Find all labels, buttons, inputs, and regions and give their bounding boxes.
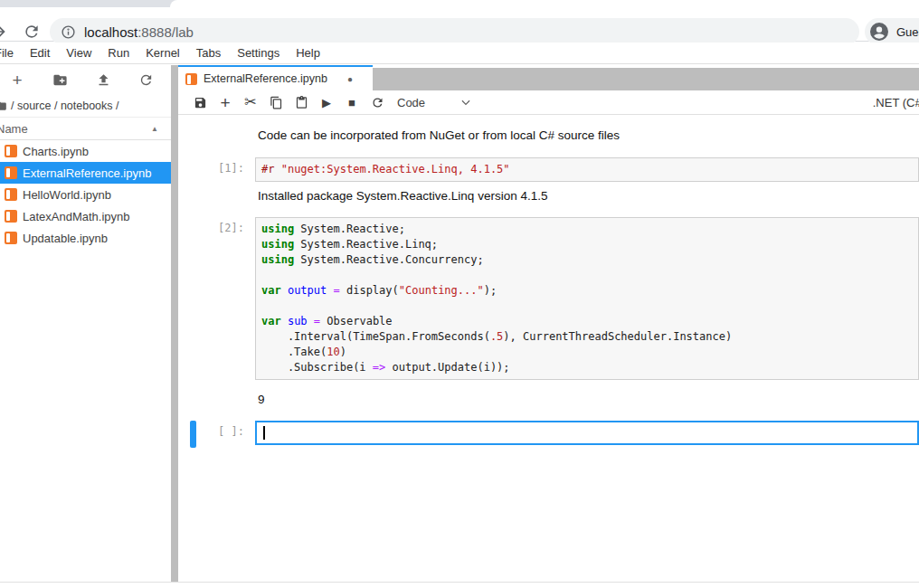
markdown-cell[interactable]: Code can be incorporated from NuGet or f…: [258, 128, 919, 142]
tab-externalreference[interactable]: ExternalReference.ipynb ●: [178, 65, 373, 90]
site-info-icon[interactable]: [61, 24, 76, 40]
file-name: LatexAndMath.ipynb: [23, 210, 130, 223]
browser-active-tab[interactable]: [170, 0, 919, 7]
paste-icon: [295, 96, 308, 109]
active-code-editor[interactable]: [255, 421, 919, 445]
file-name: Charts.ipynb: [23, 145, 89, 158]
workspace: + / source / notebooks /: [0, 65, 919, 582]
input-prompt: [1]:: [178, 157, 247, 182]
file-name: Updatable.ipynb: [23, 232, 108, 245]
notebook-file-icon: [5, 210, 17, 223]
notebook-tab-icon: [185, 73, 197, 85]
file-browser: + / source / notebooks /: [0, 65, 171, 582]
code-editor-2[interactable]: using System.Reactive;using System.React…: [255, 217, 919, 380]
url-path: :8888/lab: [137, 24, 194, 40]
stop-icon: ■: [348, 97, 355, 109]
menu-item[interactable]: Settings: [229, 46, 288, 60]
tab-bar-filler: [373, 68, 919, 90]
breadcrumb-path[interactable]: / source / notebooks /: [11, 100, 119, 112]
profile-label: Guest: [896, 25, 919, 39]
main-dock-panel: ExternalReference.ipynb ● + ✂: [178, 65, 919, 582]
plus-icon: +: [220, 94, 230, 111]
plus-icon: +: [12, 71, 22, 89]
menubar: FileEditViewRunKernelTabsSettingsHelp: [0, 43, 919, 64]
scissors-icon: ✂: [244, 95, 256, 109]
new-folder-button[interactable]: [51, 70, 71, 90]
dock-tab-bar: ExternalReference.ipynb ●: [178, 65, 919, 90]
tab-label: ExternalReference.ipynb: [204, 72, 327, 85]
file-row[interactable]: HelloWorld.ipynb: [0, 184, 171, 205]
run-icon: ▶: [322, 97, 331, 109]
forward-icon[interactable]: [0, 23, 8, 41]
cell-collapser[interactable]: [190, 421, 196, 448]
run-cell-button[interactable]: ▶: [314, 92, 339, 112]
notebook-file-icon: [5, 188, 17, 201]
file-browser-toolbar: +: [0, 65, 171, 94]
menu-item[interactable]: View: [58, 46, 99, 60]
dirty-indicator-icon[interactable]: ●: [347, 74, 353, 84]
notebook-file-icon: [5, 166, 17, 179]
notebook-content: Code can be incorporated from NuGet or f…: [178, 115, 919, 445]
save-button[interactable]: [187, 92, 213, 112]
file-row[interactable]: ExternalReference.ipynb: [0, 162, 171, 184]
kernel-name[interactable]: .NET (C#): [873, 96, 919, 109]
file-name: ExternalReference.ipynb: [23, 166, 151, 180]
browser-tabstrip: [0, 0, 919, 7]
cell-output-1: Installed package System.Reactive.Linq v…: [258, 189, 919, 203]
upload-icon: [96, 72, 111, 88]
name-column-header[interactable]: Name: [0, 122, 28, 136]
cell-type-value: Code: [397, 96, 425, 109]
notebook-file-icon: [5, 145, 17, 157]
file-row[interactable]: LatexAndMath.ipynb: [0, 205, 171, 227]
menu-item[interactable]: File: [0, 46, 22, 60]
home-folder-icon[interactable]: [0, 100, 7, 112]
refresh-icon: [138, 72, 154, 88]
copy-icon: [270, 96, 283, 109]
interrupt-kernel-button[interactable]: ■: [339, 92, 365, 112]
avatar-icon: [868, 21, 890, 43]
cut-cells-button[interactable]: ✂: [238, 92, 263, 112]
chevron-down-icon: [460, 96, 472, 109]
restart-kernel-button[interactable]: [365, 92, 390, 112]
sidebar-resize-handle[interactable]: [171, 65, 178, 582]
save-icon: [194, 96, 207, 109]
code-cell-2: [2]: using System.Reactive;using System.…: [178, 217, 919, 380]
sort-caret-icon[interactable]: ▲: [151, 125, 158, 133]
file-row[interactable]: Updatable.ipynb: [0, 227, 171, 249]
menu-items: FileEditViewRunKernelTabsSettingsHelp: [0, 46, 328, 60]
profile-chip[interactable]: Guest: [865, 18, 919, 45]
browser-toolbar: localhost:8888/lab Guest: [0, 7, 919, 42]
menu-item[interactable]: Help: [288, 46, 328, 60]
restart-icon: [371, 96, 384, 109]
notebook-file-icon: [5, 232, 17, 244]
input-prompt: [ ]:: [178, 421, 247, 445]
copy-cells-button[interactable]: [263, 92, 289, 112]
paste-cells-button[interactable]: [289, 92, 314, 112]
url-host: localhost: [84, 24, 137, 40]
text-cursor: [263, 426, 265, 440]
code-cell-1: [1]: #r "nuget:System.Reactive.Linq, 4.1…: [178, 157, 919, 182]
reload-icon[interactable]: [23, 23, 41, 41]
menu-item[interactable]: Kernel: [137, 46, 188, 60]
empty-cell-active: [ ]:: [178, 421, 919, 445]
file-name: HelloWorld.ipynb: [23, 188, 111, 202]
menu-item[interactable]: Tabs: [188, 46, 229, 60]
new-folder-icon: [52, 72, 68, 88]
breadcrumb[interactable]: / source / notebooks /: [0, 94, 171, 117]
status-bar: [0, 582, 919, 588]
notebook-toolbar: + ✂ ▶ ■ Code: [178, 90, 919, 115]
code-editor-1[interactable]: #r "nuget:System.Reactive.Linq, 4.1.5": [255, 157, 919, 182]
new-launcher-button[interactable]: +: [7, 70, 27, 90]
cell-output-2: 9: [258, 393, 919, 406]
url-bar[interactable]: localhost:8888/lab: [50, 18, 859, 45]
insert-cell-button[interactable]: +: [213, 92, 238, 112]
file-list-header[interactable]: Name ▲: [0, 117, 171, 140]
file-row[interactable]: Charts.ipynb: [0, 140, 171, 162]
cell-type-dropdown[interactable]: Code: [397, 96, 472, 109]
file-list: Charts.ipynb ExternalReference.ipynb Hel…: [0, 140, 171, 249]
menu-item[interactable]: Edit: [22, 46, 58, 60]
refresh-file-list-button[interactable]: [137, 70, 156, 90]
menu-item[interactable]: Run: [99, 46, 137, 60]
upload-button[interactable]: [93, 70, 113, 90]
input-prompt: [2]:: [178, 217, 247, 380]
